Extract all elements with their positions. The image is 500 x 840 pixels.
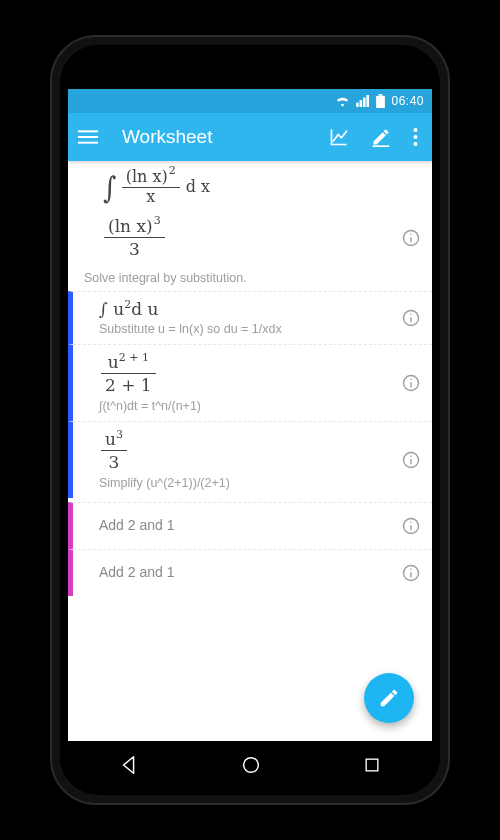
svg-rect-9 <box>373 145 390 147</box>
result-den: 3 <box>125 239 144 259</box>
svg-point-12 <box>414 142 418 146</box>
wifi-icon <box>335 95 350 107</box>
svg-rect-4 <box>377 96 386 108</box>
result-row[interactable]: (ln x)3 3 <box>68 210 432 267</box>
page-title: Worksheet <box>122 126 311 148</box>
svg-rect-2 <box>363 98 366 107</box>
svg-rect-3 <box>367 95 370 107</box>
step-note: ∫(t^n)dt = t^n/(n+1) <box>89 397 392 415</box>
svg-rect-8 <box>78 142 98 144</box>
step-note: Simplify (u^(2+1))/(2+1) <box>89 474 392 492</box>
svg-rect-6 <box>78 130 98 132</box>
overflow-menu-icon[interactable] <box>413 128 418 146</box>
phone-frame: 06:40 Worksheet <box>50 35 450 805</box>
status-bar: 06:40 <box>68 89 432 113</box>
phone-inner: 06:40 Worksheet <box>60 45 440 795</box>
info-icon[interactable] <box>400 449 422 471</box>
input-diff: d x <box>186 179 210 196</box>
result-num-base: (ln x) <box>108 216 153 236</box>
nav-recent-button[interactable] <box>362 755 382 775</box>
battery-icon <box>376 94 385 108</box>
step-row[interactable]: ∫ u2d uSubstitute u = ln(x) so du = 1/xd… <box>68 291 432 345</box>
step-math: ∫ u2d u <box>89 296 392 321</box>
svg-point-30 <box>410 568 412 570</box>
input-num-base: (ln x) <box>126 167 168 186</box>
svg-rect-7 <box>78 136 98 138</box>
info-icon[interactable] <box>400 227 422 249</box>
svg-rect-5 <box>379 94 383 96</box>
svg-point-11 <box>414 135 418 139</box>
input-expression[interactable]: ∫ (ln x)2 x d x <box>68 161 432 210</box>
appbar-actions <box>329 127 422 147</box>
step-row[interactable]: Add 2 and 1 <box>68 502 432 549</box>
input-den: x <box>142 189 159 206</box>
svg-rect-1 <box>360 100 363 107</box>
svg-point-27 <box>410 521 412 523</box>
app-bar: Worksheet <box>68 113 432 161</box>
info-icon[interactable] <box>400 372 422 394</box>
screen: 06:40 Worksheet <box>68 89 432 741</box>
nav-back-button[interactable] <box>118 754 140 776</box>
graph-icon[interactable] <box>329 127 349 147</box>
info-icon[interactable] <box>400 307 422 329</box>
step-row[interactable]: Add 2 and 1 <box>68 549 432 596</box>
edit-icon[interactable] <box>371 127 391 147</box>
svg-point-10 <box>414 128 418 132</box>
info-icon[interactable] <box>400 562 422 584</box>
step-math: u2 + 12 + 1 <box>89 349 392 397</box>
status-time: 06:40 <box>391 94 424 108</box>
android-nav-bar <box>68 743 432 787</box>
svg-point-18 <box>410 313 412 315</box>
svg-point-24 <box>410 455 412 457</box>
step-plain: Add 2 and 1 <box>89 554 392 590</box>
svg-rect-32 <box>366 759 378 771</box>
svg-point-21 <box>410 378 412 380</box>
signal-icon <box>356 95 370 107</box>
integral-symbol: ∫ <box>103 172 116 204</box>
input-num-exp: 2 <box>169 164 176 177</box>
step-row[interactable]: u2 + 12 + 1∫(t^n)dt = t^n/(n+1) <box>68 344 432 421</box>
step-row[interactable]: u33Simplify (u^(2+1))/(2+1) <box>68 421 432 498</box>
result-num-exp: 3 <box>154 214 161 227</box>
step-math: u33 <box>89 426 392 474</box>
step-note: Solve integral by substitution. <box>68 267 432 291</box>
svg-rect-0 <box>357 103 360 107</box>
step-plain: Add 2 and 1 <box>89 507 392 543</box>
info-icon[interactable] <box>400 515 422 537</box>
worksheet-content[interactable]: ∫ (ln x)2 x d x <box>68 161 432 741</box>
nav-home-button[interactable] <box>240 754 262 776</box>
svg-point-15 <box>410 234 412 236</box>
menu-icon[interactable] <box>78 127 98 147</box>
svg-point-31 <box>244 758 259 773</box>
fab-edit-button[interactable] <box>364 673 414 723</box>
step-note: Substitute u = ln(x) so du = 1/xdx <box>89 320 392 338</box>
